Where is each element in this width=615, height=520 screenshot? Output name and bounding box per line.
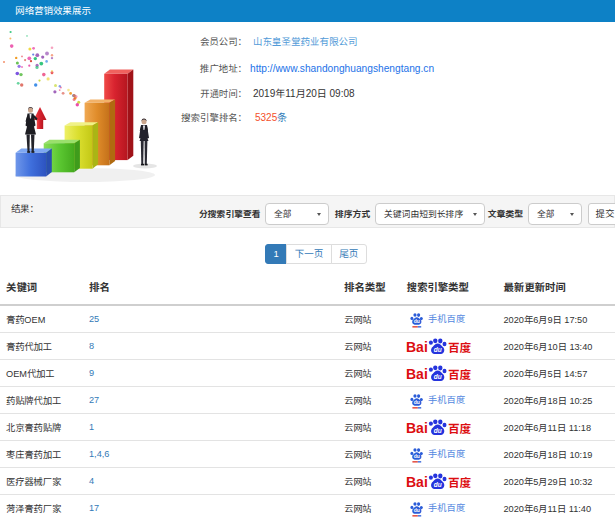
svg-text:百度: 百度 xyxy=(448,366,471,382)
svg-text:du: du xyxy=(414,399,420,405)
svg-text:du: du xyxy=(414,318,420,324)
svg-text:百度: 百度 xyxy=(448,420,471,436)
svg-text:du: du xyxy=(433,373,441,380)
svg-text:Bai: Bai xyxy=(406,339,428,355)
svg-text:du: du xyxy=(433,481,441,488)
svg-text:du: du xyxy=(414,453,420,459)
svg-text:du: du xyxy=(414,507,420,513)
svg-text:Bai: Bai xyxy=(406,420,428,436)
svg-text:Bai: Bai xyxy=(406,474,428,490)
svg-text:du: du xyxy=(433,346,441,353)
svg-text:百度: 百度 xyxy=(448,339,471,355)
svg-text:Bai: Bai xyxy=(406,366,428,382)
svg-text:du: du xyxy=(433,427,441,434)
svg-text:百度: 百度 xyxy=(448,474,471,490)
